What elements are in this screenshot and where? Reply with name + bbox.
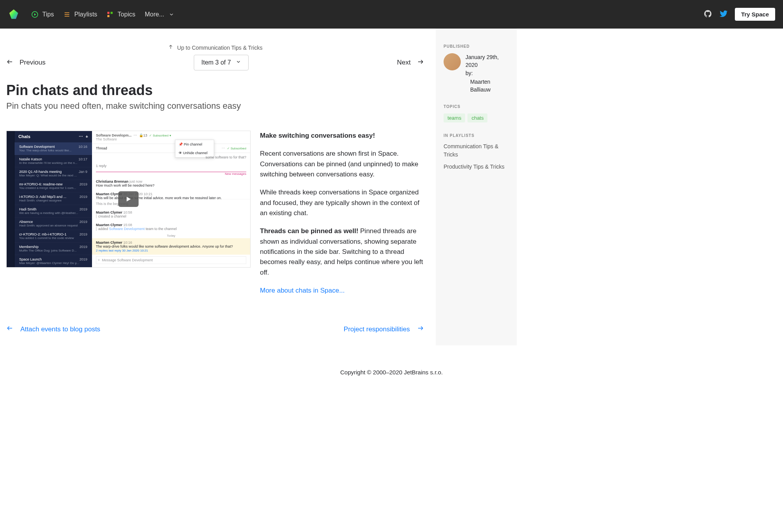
bottom-pager-next-label: Project responsibilities — [344, 325, 410, 333]
sb-playlists-section: IN PLAYLISTS Communication Tips & Tricks… — [444, 133, 509, 171]
chevron-down-icon — [236, 59, 241, 66]
article-more-link[interactable]: More about chats in Space... — [260, 287, 345, 294]
sb-topics-heading: TOPICS — [444, 104, 509, 109]
svg-rect-5 — [111, 12, 113, 14]
breadcrumb-label: Up to Communication Tips & Tricks — [177, 45, 263, 51]
article-body: Chats⋯ + Software Development10:16You: T… — [6, 131, 424, 304]
topic-tag[interactable]: chats — [467, 113, 487, 122]
arrow-left-icon — [6, 58, 13, 67]
chevron-down-icon — [168, 11, 175, 18]
sb-tags: teamschats — [444, 113, 509, 122]
arrow-left-icon — [6, 325, 13, 334]
pager: Previous Item 3 of 7 Next — [6, 55, 424, 70]
navbar: Tips Playlists Topics More... Try Space — [0, 0, 783, 29]
article-heading-2: Threads can be pinned as well! — [260, 227, 358, 235]
bottom-pager-prev-label: Attach events to blog posts — [20, 325, 100, 333]
nav-right: Try Space — [704, 8, 775, 21]
pager-prev-label: Previous — [20, 59, 45, 66]
content: Up to Communication Tips & Tricks Previo… — [0, 29, 436, 345]
breadcrumb-row: Up to Communication Tips & Tricks — [6, 44, 424, 51]
sb-published-date: January 29th, 2020 — [465, 54, 499, 68]
sb-playlists-heading: IN PLAYLISTS — [444, 133, 509, 138]
pager-select[interactable]: Item 3 of 7 — [194, 55, 249, 70]
github-icon[interactable] — [704, 9, 712, 20]
article-p2: While threads keep conversations in Spac… — [260, 187, 424, 218]
nav-topics[interactable]: Topics — [106, 11, 135, 18]
svg-rect-4 — [108, 12, 110, 14]
playlist-link[interactable]: Communication Tips & Tricks — [444, 142, 509, 159]
nav-tips[interactable]: Tips — [31, 11, 54, 18]
nav-more[interactable]: More... — [145, 11, 175, 18]
nav-tips-label: Tips — [42, 11, 54, 18]
nav-playlists-label: Playlists — [74, 11, 97, 18]
play-circle-icon — [31, 11, 38, 18]
article-p1: Recent conversations are shown first in … — [260, 149, 424, 180]
space-logo[interactable] — [8, 9, 20, 20]
nav-playlists[interactable]: Playlists — [63, 11, 97, 18]
footer-copyright: Copyright © 2000–2020 JetBrains s.r.o. — [340, 369, 443, 376]
page-subtitle: Pin chats you need often, make switching… — [6, 101, 424, 111]
footer: Copyright © 2000–2020 JetBrains s.r.o. — [0, 345, 783, 391]
sb-topics-section: TOPICS teamschats — [444, 104, 509, 122]
topic-tag[interactable]: teams — [444, 113, 465, 122]
article-heading-1: Make switching conversations easy! — [260, 132, 375, 139]
twitter-icon[interactable] — [719, 9, 728, 20]
main-wrap: Up to Communication Tips & Tricks Previo… — [0, 29, 783, 345]
video-thumbnail[interactable]: Chats⋯ + Software Development10:16You: T… — [6, 131, 251, 268]
bottom-pager-next[interactable]: Project responsibilities — [344, 325, 424, 334]
nav-topics-label: Topics — [117, 11, 135, 18]
list-icon — [63, 11, 70, 18]
pager-next-button[interactable]: Next — [397, 58, 424, 67]
play-icon — [118, 191, 139, 207]
arrow-up-icon — [168, 44, 173, 51]
pager-next-label: Next — [397, 59, 411, 66]
sb-published-heading: PUBLISHED — [444, 44, 509, 49]
sidebar: PUBLISHED January 29th, 2020 by: Maarten… — [436, 29, 517, 345]
bottom-pager-prev[interactable]: Attach events to blog posts — [6, 325, 100, 334]
playlist-link[interactable]: Productivity Tips & Tricks — [444, 163, 509, 171]
breadcrumb-up-link[interactable]: Up to Communication Tips & Tricks — [168, 44, 263, 51]
article-text: Make switching conversations easy! Recen… — [260, 131, 424, 304]
nav-items: Tips Playlists Topics More... — [31, 11, 704, 18]
bottom-pager: Attach events to blog posts Project resp… — [6, 325, 424, 334]
try-space-button[interactable]: Try Space — [735, 8, 775, 21]
page-title: Pin chats and threads — [6, 82, 424, 99]
sb-author-block: January 29th, 2020 by: Maarten Balliauw — [444, 53, 509, 93]
sb-by: by: — [465, 70, 473, 76]
pager-select-label: Item 3 of 7 — [201, 59, 231, 66]
svg-rect-6 — [108, 15, 110, 17]
avatar — [444, 53, 461, 70]
sb-author-name[interactable]: Maarten Balliauw — [470, 78, 509, 94]
topics-icon — [106, 11, 114, 18]
nav-more-label: More... — [145, 11, 164, 18]
arrow-right-icon — [417, 58, 424, 67]
pager-prev-button[interactable]: Previous — [6, 58, 45, 67]
arrow-right-icon — [417, 325, 424, 334]
sb-published-section: PUBLISHED January 29th, 2020 by: Maarten… — [444, 44, 509, 93]
